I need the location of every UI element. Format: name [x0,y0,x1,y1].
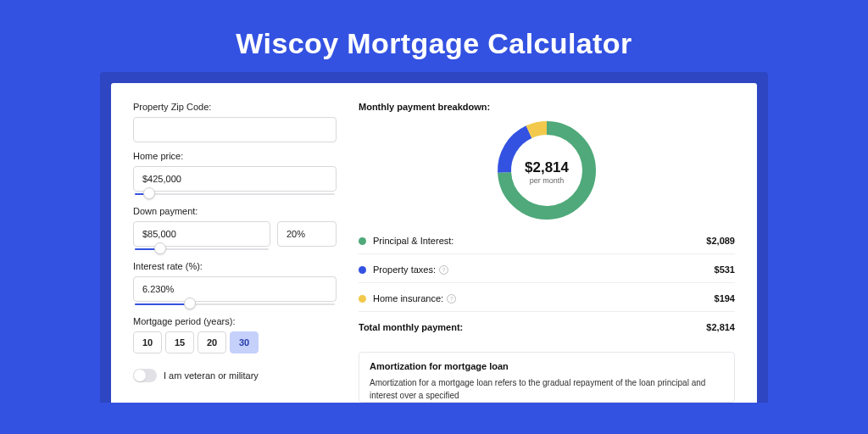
page-title: Wiscoy Mortgage Calculator [0,0,868,72]
legend-total-row: Total monthly payment:$2,814 [359,322,735,340]
zip-input[interactable] [133,117,337,142]
interest-rate-label: Interest rate (%): [133,261,337,271]
amortization-text: Amortization for a mortgage loan refers … [370,376,724,402]
mortgage-period-option[interactable]: 20 [198,331,226,353]
down-payment-percent-input[interactable] [277,221,337,247]
mortgage-period-option[interactable]: 15 [165,331,194,353]
slider-thumb[interactable] [154,242,166,254]
legend-dot [359,237,366,245]
donut-center: $2,814 per month [525,159,569,185]
legend-value: $531 [715,264,735,275]
veteran-label: I am veteran or military [164,370,259,381]
legend-total-label: Total monthly payment: [359,322,706,332]
donut-value: $2,814 [525,159,569,176]
legend-row: Principal & Interest:$2,089 [359,236,735,254]
legend-label: Property taxes:? [373,264,715,275]
home-price-label: Home price: [133,151,337,161]
legend-label: Principal & Interest: [373,236,706,246]
home-price-slider[interactable] [133,191,337,198]
calculator-panel: Property Zip Code: Home price: Down paym… [111,83,757,403]
breakdown-column: Monthly payment breakdown: $2,814 per mo… [359,102,735,403]
zip-label: Property Zip Code: [133,102,337,112]
legend-value: $194 [715,293,735,303]
down-payment-slider[interactable] [133,246,270,253]
veteran-toggle[interactable] [133,369,157,382]
mortgage-period-option[interactable]: 30 [230,331,259,353]
interest-rate-slider[interactable] [133,301,337,308]
mortgage-period-option[interactable]: 10 [133,331,162,353]
info-icon[interactable]: ? [447,294,456,303]
down-payment-label: Down payment: [133,206,337,216]
legend-value: $2,089 [706,236,735,246]
legend-dot [359,266,366,274]
down-payment-amount-input[interactable] [133,221,270,247]
mortgage-period-group: 10152030 [133,331,337,353]
toggle-knob [134,370,146,381]
legend-label: Home insurance:? [373,293,715,303]
legend-row: Home insurance:?$194 [359,293,735,312]
amortization-title: Amortization for mortgage loan [370,361,724,371]
legend-row: Property taxes:?$531 [359,264,735,283]
home-price-input[interactable] [133,166,337,192]
slider-thumb[interactable] [184,298,196,309]
breakdown-title: Monthly payment breakdown: [359,102,735,112]
mortgage-period-label: Mortgage period (years): [133,316,337,326]
amortization-card: Amortization for mortgage loan Amortizat… [359,352,735,403]
donut-sub: per month [525,176,569,185]
interest-rate-input[interactable] [133,276,337,302]
legend-list: Principal & Interest:$2,089Property taxe… [359,236,735,340]
legend-total-value: $2,814 [706,322,735,332]
calculator-frame: Property Zip Code: Home price: Down paym… [100,72,768,403]
veteran-row: I am veteran or military [133,369,337,382]
legend-dot [359,295,366,303]
donut-chart: $2,814 per month [359,117,735,227]
slider-thumb[interactable] [143,187,155,199]
info-icon[interactable]: ? [439,265,448,275]
inputs-column: Property Zip Code: Home price: Down paym… [133,102,337,403]
